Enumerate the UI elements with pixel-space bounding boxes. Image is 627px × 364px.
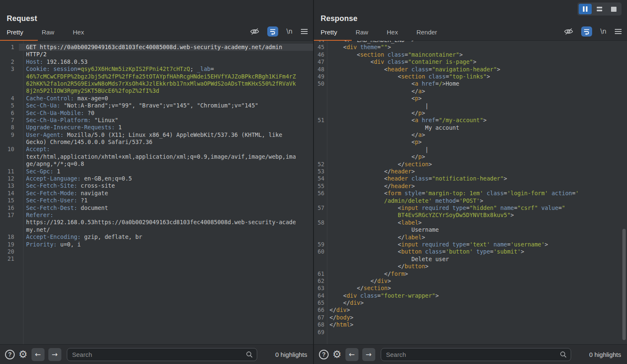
code-line[interactable]: 50 <a href=/>Home (314, 80, 627, 87)
tab-pretty[interactable]: Pretty (321, 29, 337, 40)
code-line[interactable]: </a> (314, 88, 627, 95)
code-line[interactable]: HTTP/2 (0, 51, 313, 58)
request-editor[interactable]: 1GET https://0a0b0029049163cd8103fec4008… (0, 41, 313, 344)
code-line[interactable]: 58 <label> (314, 219, 627, 226)
code-line[interactable]: 61 </form> (314, 270, 627, 278)
layout-single-button[interactable] (607, 4, 620, 14)
code-line[interactable]: 19Priority: u=0, i (0, 241, 313, 248)
code-line[interactable]: 5Sec-Ch-Ua: "Not:A-Brand";v="99", "Brave… (0, 102, 313, 109)
response-viewer[interactable]: 44 <!--LAB_HEADER_END-->45 <div theme=""… (314, 41, 627, 344)
code-line[interactable]: BT4EvSRGcYZCYrSoyDw5DYNVtBx8kuv5"> (314, 212, 627, 219)
code-line[interactable]: 53 </header> (314, 168, 627, 175)
code-line[interactable]: 20 (0, 248, 313, 255)
search-next-button[interactable]: → (362, 348, 375, 361)
newline-toggle[interactable]: \n (600, 28, 606, 35)
code-line[interactable]: 17Referer: (0, 212, 313, 219)
code-line[interactable]: 51 <a href="/my-account"> (314, 117, 627, 124)
search-next-button[interactable]: → (48, 348, 61, 361)
help-icon[interactable]: ? (319, 350, 329, 359)
code-line[interactable]: 66</div> (314, 306, 627, 314)
code-line[interactable]: 8Upgrade-Insecure-Requests: 1 (0, 124, 313, 131)
hidden-characters-toggle-icon[interactable] (564, 27, 573, 36)
code-line[interactable]: 18Accept-Encoding: gzip, deflate, br (0, 233, 313, 241)
search-previous-button[interactable]: ← (345, 348, 358, 361)
newline-toggle[interactable]: \n (286, 28, 292, 35)
code-line[interactable]: Username (314, 226, 627, 233)
code-line[interactable]: 64 <div class="footer-wrapper"> (314, 292, 627, 299)
code-line[interactable]: <p> (314, 139, 627, 146)
code-line[interactable]: /admin/delete' method='POST'> (314, 197, 627, 204)
code-line[interactable]: 63 </section> (314, 285, 627, 292)
code-line[interactable]: 62hKK%2fa1on2R5G9EixwN8oMds7rXsOh4kJzlEk… (0, 80, 313, 87)
tab-render[interactable]: Render (416, 29, 437, 40)
code-line[interactable]: 12Accept-Language: en-GB,en;q=0.5 (0, 175, 313, 182)
code-line[interactable]: 52 </section> (314, 161, 627, 168)
code-line[interactable]: 65 </div> (314, 299, 627, 306)
hidden-characters-toggle-icon[interactable] (250, 27, 259, 36)
code-line[interactable]: My account (314, 124, 627, 131)
code-line[interactable]: </p> (314, 110, 627, 117)
code-line[interactable]: </button> (314, 263, 627, 270)
code-line[interactable]: 8j2n5P2lIOW3Rgmy2SKT5BUcE6%2fopZ%2fI%3d (0, 87, 313, 94)
layout-rows-button[interactable] (593, 4, 606, 14)
code-line[interactable]: 46%7cMCwCFDFP%2bgzJbj5d%2fP%2fFfa25tOTAY… (0, 73, 313, 80)
code-line[interactable]: 13Sec-Fetch-Site: cross-site (0, 182, 313, 189)
tab-raw[interactable]: Raw (356, 29, 368, 40)
menu-icon[interactable] (300, 29, 308, 34)
code-line[interactable]: 15Sec-Fetch-User: ?1 (0, 197, 313, 204)
code-line[interactable]: Gecko) Chrome/145.0.0.0 Safari/537.36 (0, 139, 313, 146)
code-line[interactable]: 55 </header> (314, 183, 627, 190)
settings-gear-icon[interactable]: ⚙ (332, 350, 342, 359)
code-line[interactable]: | (314, 146, 627, 153)
code-line[interactable]: text/html,application/xhtml+xml,applicat… (0, 153, 313, 160)
help-icon[interactable]: ? (5, 350, 15, 359)
code-line[interactable]: 47 <div class="container is-page"> (314, 58, 627, 65)
tab-hex[interactable]: Hex (73, 29, 84, 40)
code-line[interactable]: 57 <input required type="hidden" name="c… (314, 204, 627, 212)
settings-gear-icon[interactable]: ⚙ (18, 350, 28, 359)
code-line[interactable]: | (314, 102, 627, 110)
code-line[interactable]: 21 (0, 255, 313, 262)
code-line[interactable]: 54 <header class="notification-header"> (314, 175, 627, 182)
code-line[interactable]: 1GET https://0a0b0029049163cd8103fec4008… (0, 44, 313, 51)
scrollbar-thumb[interactable] (622, 229, 626, 340)
code-line[interactable]: 11Sec-Gpc: 1 (0, 168, 313, 175)
code-line[interactable]: 68</html> (314, 321, 627, 328)
code-line[interactable]: 9User-Agent: Mozilla/5.0 (X11; Linux x86… (0, 131, 313, 139)
code-line[interactable]: 67</body> (314, 314, 627, 321)
code-line[interactable]: https://192.168.0.53https://0a0b00290491… (0, 219, 313, 226)
code-line[interactable]: 10Accept: (0, 146, 313, 153)
tab-hex[interactable]: Hex (387, 29, 398, 40)
word-wrap-toggle-button[interactable] (581, 26, 592, 37)
code-line[interactable]: </p> (314, 153, 627, 160)
code-line[interactable]: 62 </div> (314, 278, 627, 285)
code-line[interactable]: 14Sec-Fetch-Mode: navigate (0, 190, 313, 197)
code-line[interactable]: 44 <!--LAB_HEADER_END--> (314, 41, 627, 44)
code-line[interactable]: </label> (314, 234, 627, 241)
layout-columns-button[interactable] (579, 4, 592, 14)
code-line[interactable]: 45 <div theme=""> (314, 44, 627, 51)
code-line[interactable]: 7Sec-Ch-Ua-Platform: "Linux" (0, 117, 313, 124)
tab-pretty[interactable]: Pretty (7, 29, 23, 40)
code-line[interactable]: 2Host: 192.168.0.53 (0, 58, 313, 65)
code-line[interactable]: 3Cookie: session=qsy6JX6HcNm5izKpIS2FPni… (0, 65, 313, 73)
code-line[interactable]: 46 <section class="maincontainer"> (314, 51, 627, 58)
code-line[interactable]: ge/apng,*/*;q=0.8 (0, 160, 313, 168)
search-previous-button[interactable]: ← (32, 348, 45, 361)
code-line[interactable]: my.net/ (0, 226, 313, 233)
code-line[interactable]: 49 <section class="top-links"> (314, 73, 627, 80)
code-line[interactable]: 4Cache-Control: max-age=0 (0, 95, 313, 102)
search-input[interactable] (381, 348, 571, 361)
code-line[interactable]: <p> (314, 95, 627, 102)
code-line[interactable]: 59 <input required type='text' name='use… (314, 241, 627, 248)
code-line[interactable]: </a> (314, 131, 627, 139)
tab-raw[interactable]: Raw (42, 29, 54, 40)
menu-icon[interactable] (614, 29, 622, 34)
code-line[interactable]: 48 <header class="navigation-header"> (314, 66, 627, 73)
code-line[interactable]: 69 (314, 329, 627, 336)
code-line[interactable]: 56 <form style='margin-top: 1em' class='… (314, 190, 627, 197)
code-line[interactable]: 16Sec-Fetch-Dest: document (0, 204, 313, 212)
word-wrap-toggle-button[interactable] (267, 26, 278, 37)
search-input[interactable] (67, 348, 257, 361)
code-line[interactable]: 6Sec-Ch-Ua-Mobile: ?0 (0, 110, 313, 117)
